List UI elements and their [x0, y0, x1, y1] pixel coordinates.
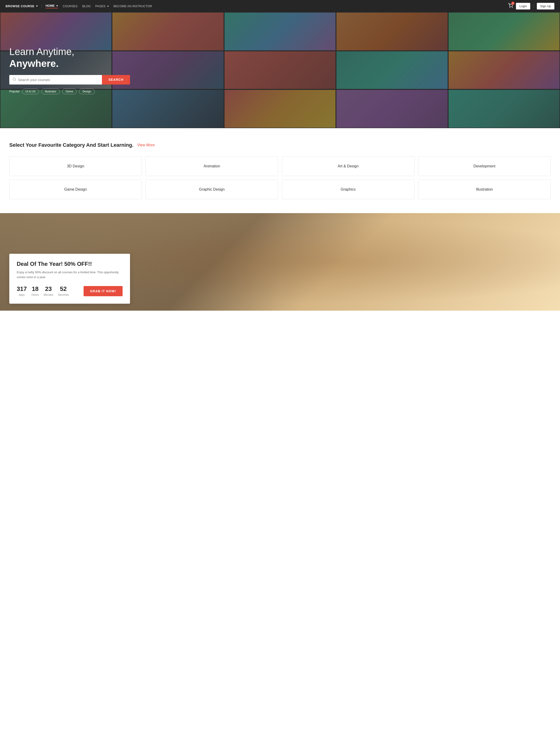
hero-headline-line1: Learn Anytime,	[9, 46, 74, 57]
countdown-minutes: 23 Minutes	[43, 285, 53, 297]
category-animation[interactable]: Animation	[146, 156, 278, 176]
tag-design[interactable]: Design	[79, 89, 95, 94]
categories-section: Select Your Favourite Category And Start…	[0, 128, 560, 213]
hero-content: Learn Anytime, Anywhere. SEARCH Popular …	[9, 46, 551, 94]
search-icon	[12, 77, 16, 82]
deal-section: Deal Of The Year! 50% OFF!! Enjoy a heft…	[0, 213, 560, 311]
svg-point-2	[13, 78, 15, 80]
category-illustration[interactable]: Illustration	[418, 180, 551, 199]
grab-button[interactable]: GRAB IT NOW!	[84, 286, 122, 296]
svg-point-0	[510, 7, 510, 8]
countdown-days-value: 317	[17, 285, 27, 293]
nav-pages[interactable]: PAGES	[95, 4, 109, 8]
cart-badge: 0	[511, 2, 514, 5]
search-input[interactable]	[18, 75, 99, 85]
browse-course-label: BROWSE COURSE	[6, 4, 34, 8]
tag-illustrator[interactable]: Illustrator	[41, 89, 60, 94]
login-button[interactable]: Login	[516, 3, 530, 9]
nav-home[interactable]: HOME	[46, 4, 58, 8]
countdown-days-label: days	[19, 293, 24, 297]
countdown-seconds-label: Seconds	[58, 293, 69, 297]
section-title: Select Your Favourite Category And Start…	[9, 142, 134, 148]
countdown-days: 317 days	[17, 285, 27, 297]
browse-course-button[interactable]: BROWSE COURSE	[6, 4, 42, 8]
pages-dropdown-icon	[107, 6, 109, 7]
countdown-seconds: 52 Seconds	[58, 285, 69, 297]
category-graphics[interactable]: Graphics	[282, 180, 414, 199]
browse-dropdown-icon	[36, 6, 38, 7]
countdown-hours: 18 Hours	[31, 285, 39, 297]
countdown-seconds-value: 52	[58, 285, 69, 293]
svg-line-3	[15, 80, 16, 81]
countdown-minutes-label: Minutes	[43, 293, 53, 297]
hero-section: Learn Anytime, Anywhere. SEARCH Popular …	[0, 12, 560, 128]
category-3d-design[interactable]: 3D Design	[9, 156, 142, 176]
category-graphic-design[interactable]: Graphic Design	[146, 180, 278, 199]
search-input-wrap	[9, 75, 102, 85]
popular-label: Popular	[9, 90, 20, 93]
section-header: Select Your Favourite Category And Start…	[9, 142, 551, 148]
signup-button[interactable]: Sign Up	[537, 3, 554, 9]
search-button[interactable]: SEARCH	[102, 75, 130, 85]
home-dropdown-icon	[56, 5, 58, 6]
deal-card: Deal Of The Year! 50% OFF!! Enjoy a heft…	[9, 254, 130, 304]
nav-right: 0 Login | Sign Up	[508, 3, 554, 9]
deal-description: Enjoy a hefty 50% discount on all course…	[17, 270, 122, 280]
popular-tags: Popular UI & UX Illustrator Game Design	[9, 89, 551, 94]
deal-title: Deal Of The Year! 50% OFF!!	[17, 261, 122, 267]
countdown-hours-label: Hours	[31, 293, 39, 297]
hero-headline-line2: Anywhere.	[9, 58, 58, 69]
navbar: BROWSE COURSE HOME COURSES BLOG PAGES BE…	[0, 0, 560, 12]
deal-bottom: 317 days 18 Hours 23 Minutes 52 Seconds …	[17, 285, 122, 297]
countdown: 317 days 18 Hours 23 Minutes 52 Seconds	[17, 285, 69, 297]
tag-ui-ux[interactable]: UI & UX	[22, 89, 39, 94]
svg-point-1	[512, 7, 513, 8]
category-development[interactable]: Development	[418, 156, 551, 176]
tag-game[interactable]: Game	[62, 89, 77, 94]
hero-headline: Learn Anytime, Anywhere.	[9, 46, 551, 69]
categories-grid: 3D Design Animation Art & Design Develop…	[9, 156, 551, 199]
nav-blog[interactable]: BLOG	[82, 4, 91, 8]
view-more-link[interactable]: View More	[137, 143, 155, 147]
cart-button[interactable]: 0	[508, 3, 513, 9]
nav-courses[interactable]: COURSES	[63, 4, 78, 8]
nav-become-instructor[interactable]: BECOME AN INSTRUCTOR	[113, 4, 152, 8]
search-bar: SEARCH	[9, 75, 130, 85]
category-art-design[interactable]: Art & Design	[282, 156, 414, 176]
category-game-design[interactable]: Game Design	[9, 180, 142, 199]
countdown-hours-value: 18	[31, 285, 39, 293]
login-signup-divider: |	[533, 4, 534, 8]
countdown-minutes-value: 23	[43, 285, 53, 293]
nav-links: HOME COURSES BLOG PAGES BECOME AN INSTRU…	[42, 4, 508, 8]
